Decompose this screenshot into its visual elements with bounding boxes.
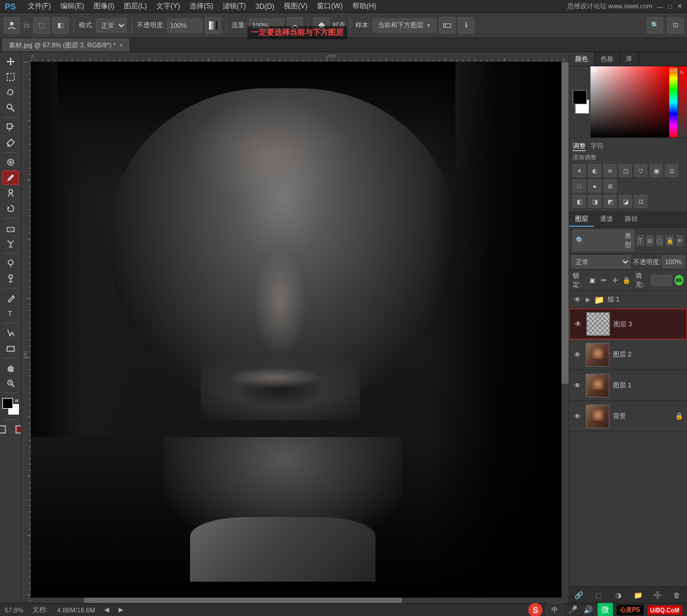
layer-vis-group1[interactable]: 👁 bbox=[573, 295, 582, 304]
adj-hsl[interactable]: ▽ bbox=[634, 164, 647, 177]
search-btn[interactable]: 🔍 bbox=[647, 17, 663, 34]
sample-icon[interactable] bbox=[439, 17, 455, 34]
foreground-color[interactable] bbox=[2, 398, 13, 409]
adj-vibrance[interactable]: ◫ bbox=[619, 164, 632, 177]
tool-hand[interactable] bbox=[2, 361, 19, 375]
menu-3d[interactable]: 3D(D) bbox=[255, 2, 274, 11]
tool-clone[interactable] bbox=[2, 186, 19, 200]
fullscreen-btn[interactable]: ⊡ bbox=[667, 17, 683, 34]
layer-search-input[interactable] bbox=[587, 237, 622, 244]
adj-curves[interactable]: ◐ bbox=[588, 164, 601, 177]
adj-threshold[interactable]: ◨ bbox=[588, 195, 601, 208]
info-icon[interactable]: ℹ bbox=[458, 17, 474, 34]
file-tab[interactable]: 素材.jpg @ 67.8% (图层 3, RGB/8*) * × bbox=[2, 38, 129, 52]
tool-move[interactable] bbox=[2, 54, 19, 69]
tab-library[interactable]: 库 bbox=[620, 52, 639, 66]
menu-file[interactable]: 文件(F) bbox=[28, 1, 51, 11]
delete-layer-btn[interactable]: 🗑 bbox=[671, 589, 683, 601]
menu-image[interactable]: 图像(I) bbox=[94, 1, 114, 11]
adj-invert[interactable]: ◪ bbox=[619, 195, 632, 208]
quickmask-mode-btn[interactable] bbox=[11, 422, 22, 437]
new-layer-btn[interactable]: ➕ bbox=[651, 589, 663, 601]
tool-history-brush[interactable] bbox=[2, 201, 19, 216]
lock-move-btn[interactable]: ✛ bbox=[611, 275, 619, 285]
tab-channels[interactable]: 通道 bbox=[594, 212, 619, 227]
tool-icon[interactable] bbox=[4, 17, 20, 34]
opacity-input[interactable] bbox=[662, 255, 685, 268]
adj-brightness[interactable]: ☀ bbox=[573, 164, 586, 177]
color-spectrum[interactable] bbox=[590, 66, 669, 137]
close-btn[interactable]: ✕ bbox=[677, 2, 682, 10]
scrollbar-vertical[interactable] bbox=[561, 62, 569, 598]
adj-selective[interactable]: ◩ bbox=[603, 195, 617, 208]
layer-item-2[interactable]: 👁 图层 2 bbox=[569, 339, 687, 370]
scrollbar-horizontal[interactable] bbox=[31, 598, 561, 603]
menu-edit[interactable]: 编辑(E) bbox=[60, 1, 84, 11]
tool-heal[interactable] bbox=[2, 155, 19, 169]
layer-filter-visible[interactable]: 👁 bbox=[676, 235, 683, 246]
opacity-gradient-btn[interactable] bbox=[205, 17, 221, 34]
menu-view[interactable]: 视图(V) bbox=[284, 1, 307, 11]
menu-layer[interactable]: 图层(L) bbox=[124, 1, 147, 11]
adj-exposure[interactable]: ⊡ bbox=[634, 195, 647, 208]
layer-item-3[interactable]: 👁 图层 3 bbox=[569, 309, 687, 339]
tool-select-rect[interactable] bbox=[2, 70, 19, 84]
layer-vis-2[interactable]: 👁 bbox=[573, 350, 582, 360]
layer-vis-bg[interactable]: 👁 bbox=[573, 412, 582, 421]
tool-brush[interactable] bbox=[2, 171, 19, 185]
fill-input[interactable]: 100 bbox=[651, 275, 672, 285]
tab-layers[interactable]: 图层 bbox=[569, 212, 594, 227]
layer-filter-smart[interactable]: ⬡ bbox=[656, 235, 663, 246]
tab-color[interactable]: 颜色 bbox=[569, 52, 595, 66]
tool-zoom[interactable] bbox=[2, 376, 19, 390]
tool-text[interactable]: T bbox=[2, 306, 19, 320]
adj-levels[interactable]: ≋ bbox=[603, 164, 617, 177]
tool-magic-wand[interactable] bbox=[2, 101, 19, 115]
minimize-btn[interactable]: — bbox=[657, 3, 663, 10]
sample-select[interactable]: 当前和下方图层 ▼ bbox=[373, 18, 436, 33]
adj-channel-mix[interactable]: ● bbox=[588, 179, 601, 192]
layer-filter-locked[interactable]: 🔒 bbox=[666, 235, 674, 246]
adj-layer-btn[interactable]: ◑ bbox=[612, 589, 624, 601]
standard-mode-btn[interactable] bbox=[0, 422, 10, 437]
tab-swatches[interactable]: 色板 bbox=[595, 52, 620, 66]
adj-gradient-map[interactable]: ⊞ bbox=[603, 179, 617, 192]
color-swatches[interactable]: ⇄ bbox=[2, 398, 19, 415]
tool-lasso[interactable] bbox=[2, 85, 19, 100]
speaker-icon[interactable]: 🔊 bbox=[582, 604, 594, 616]
adj-bw[interactable]: ⚖ bbox=[665, 164, 678, 177]
tab-close[interactable]: × bbox=[120, 42, 123, 49]
layer-filter-adj[interactable]: ⊞ bbox=[646, 235, 653, 246]
lock-transparent-btn[interactable]: ▣ bbox=[588, 275, 596, 285]
tool-icon2[interactable]: ⬚ bbox=[33, 17, 50, 34]
tool-paint-bucket[interactable] bbox=[2, 236, 19, 251]
layer-filter-type[interactable]: T bbox=[637, 235, 644, 246]
status-nav-left[interactable]: ◀ bbox=[104, 606, 109, 614]
scrollbar-v-thumb[interactable] bbox=[561, 62, 569, 384]
add-mask-btn[interactable]: ⬚ bbox=[593, 589, 605, 601]
status-nav-right[interactable]: ▶ bbox=[118, 606, 123, 614]
layer-item-1[interactable]: 👁 图层 1 bbox=[569, 370, 687, 401]
reset-colors-icon[interactable]: ⊾ bbox=[680, 69, 685, 75]
hue-cursor[interactable] bbox=[669, 68, 678, 72]
adj-photo-filter[interactable]: □ bbox=[573, 179, 586, 192]
adj-tab-char[interactable]: 字符 bbox=[590, 142, 603, 151]
tool-pen[interactable] bbox=[2, 291, 19, 305]
tool-path-select[interactable] bbox=[2, 326, 19, 340]
menu-window[interactable]: 窗口(W) bbox=[317, 1, 342, 11]
maximize-btn[interactable]: □ bbox=[668, 3, 672, 10]
tab-paths[interactable]: 路径 bbox=[619, 212, 644, 227]
menu-help[interactable]: 帮助(H) bbox=[352, 1, 377, 11]
layer-vis-3[interactable]: 👁 bbox=[573, 319, 583, 329]
tool-eyedropper[interactable] bbox=[2, 136, 19, 150]
hue-bar[interactable] bbox=[669, 66, 678, 137]
lock-pixels-btn[interactable]: ✏ bbox=[599, 275, 608, 285]
layer-group-1[interactable]: 👁 ▶ 📁 组 1 bbox=[569, 291, 687, 309]
spectrum-container[interactable] bbox=[590, 66, 669, 137]
group-layers-btn[interactable]: 📁 bbox=[632, 589, 644, 601]
scrollbar-h-thumb[interactable] bbox=[84, 598, 403, 603]
lock-artboard-btn[interactable]: 🔒 bbox=[622, 275, 631, 285]
layer-search[interactable]: 🔍 类型 bbox=[573, 230, 634, 251]
opacity-input[interactable] bbox=[167, 18, 203, 33]
adj-tab-adjust[interactable]: 调整 bbox=[573, 142, 586, 151]
